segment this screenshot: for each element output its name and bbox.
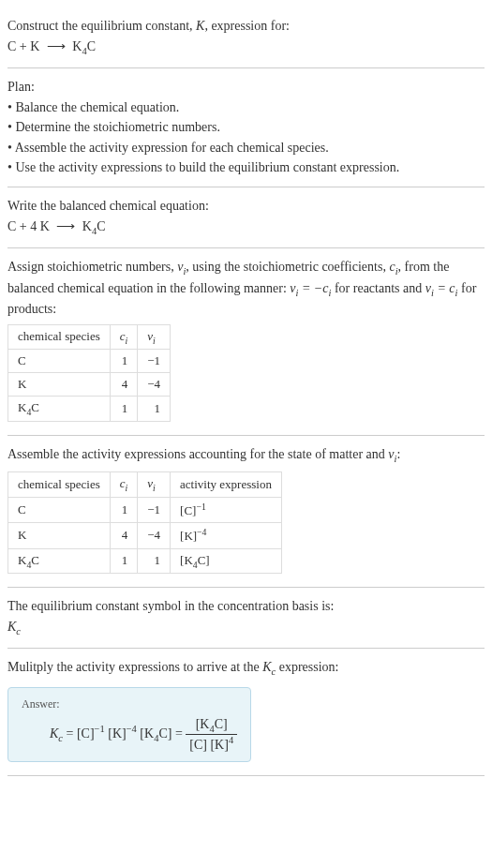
plan-section: Plan: • Balance the chemical equation. •… (7, 68, 485, 187)
nu-i-1: νi (177, 260, 186, 274)
answer-label: Answer: (22, 697, 237, 711)
arrow-icon: ⟶ (56, 217, 75, 236)
cell-species: K (8, 373, 111, 397)
answer-mid: = [C]−1 [K]−4 [K4C] = (67, 726, 186, 741)
header-ci: ci (110, 324, 138, 350)
table-row: C 1 −1 (8, 350, 171, 373)
cell-activity: [C]−1 (171, 497, 282, 522)
stoich-intro: Assign stoichiometric numbers, νi, using… (7, 258, 485, 319)
stoich-table: chemical species ci νi C 1 −1 K 4 −4 K4C… (7, 324, 171, 422)
table-header-row: chemical species ci νi activity expressi… (8, 472, 282, 498)
activity-table: chemical species ci νi activity expressi… (7, 471, 282, 574)
answer-fraction: [K4C] [C] [K]4 (186, 717, 237, 752)
plan-title: Plan: (7, 78, 485, 97)
answer-lhs: Kc (50, 726, 63, 741)
rule-1: νi = −ci (290, 281, 331, 295)
cell-species: K4C (8, 397, 111, 422)
answer-box: Answer: Kc = [C]−1 [K]−4 [K4C] = [K4C] [… (7, 687, 251, 762)
prompt-k: K (196, 19, 204, 33)
kc-symbol: Kc (262, 660, 276, 674)
activity-intro: Assemble the activity expressions accoun… (7, 445, 485, 466)
plan-bullet-4: • Use the activity expressions to build … (7, 158, 485, 177)
table-row: K4C 1 1 (8, 397, 171, 422)
stoichiometric-section: Assign stoichiometric numbers, νi, using… (7, 248, 485, 436)
cell-activity: [K]−4 (171, 523, 282, 548)
answer-expression: Kc = [C]−1 [K]−4 [K4C] = [K4C] [C] [K]4 (22, 717, 237, 752)
cell-nui: −4 (138, 373, 171, 397)
header-species: chemical species (8, 324, 111, 350)
symbol-section: The equilibrium constant symbol in the c… (7, 588, 485, 649)
stoich-text-1: Assign stoichiometric numbers, (7, 260, 177, 274)
cell-ci: 1 (110, 397, 138, 422)
cell-activity: [K4C] (171, 548, 282, 574)
cell-nui: −1 (138, 497, 171, 522)
cell-nui: −4 (138, 523, 171, 548)
frac-denominator: [C] [K]4 (186, 735, 237, 753)
stoich-text-2: , using the stoichiometric coefficients, (186, 260, 389, 274)
question-section: Construct the equilibrium constant, K, e… (7, 7, 485, 68)
cell-species: C (8, 497, 111, 522)
cell-ci: 4 (110, 523, 138, 548)
cell-nui: 1 (138, 397, 171, 422)
balanced-equation: C + 4 K ⟶ K4C (7, 217, 485, 238)
header-nui: νi (138, 472, 171, 498)
header-ci: ci (110, 472, 138, 498)
prompt-text-2: , expression for: (204, 19, 290, 33)
cell-species: K (8, 523, 111, 548)
multiply-text: Mulitply the activity expressions to arr… (7, 658, 485, 679)
header-species: chemical species (8, 472, 111, 498)
multiply-section: Mulitply the activity expressions to arr… (7, 649, 485, 776)
c-i-1: ci (389, 260, 397, 274)
symbol-value: Kc (7, 618, 485, 638)
unbalanced-equation: C + K ⟶ K4C (7, 37, 485, 58)
activity-section: Assemble the activity expressions accoun… (7, 436, 485, 588)
multiply-text-1: Mulitply the activity expressions to arr… (7, 660, 262, 674)
activity-text-1: Assemble the activity expressions accoun… (7, 447, 388, 461)
cell-species: C (8, 350, 111, 373)
plan-bullet-1: • Balance the chemical equation. (7, 98, 485, 117)
plan-bullet-2: • Determine the stoichiometric numbers. (7, 118, 485, 137)
cell-species: K4C (8, 548, 111, 574)
table-row: K4C 1 1 [K4C] (8, 548, 282, 574)
cell-nui: −1 (138, 350, 171, 373)
cell-ci: 4 (110, 373, 138, 397)
table-row: K 4 −4 [K]−4 (8, 523, 282, 548)
cell-ci: 1 (110, 497, 138, 522)
plan-bullet-3: • Assemble the activity expression for e… (7, 139, 485, 157)
table-row: K 4 −4 (8, 373, 171, 397)
cell-ci: 1 (110, 548, 138, 574)
balanced-section: Write the balanced chemical equation: C … (7, 187, 485, 248)
multiply-text-2: expression: (276, 660, 338, 674)
prompt-text-1: Construct the equilibrium constant, (7, 19, 196, 33)
cell-nui: 1 (138, 548, 171, 574)
stoich-text-4: for reactants and (331, 281, 425, 295)
arrow-icon: ⟶ (47, 37, 66, 56)
symbol-text: The equilibrium constant symbol in the c… (7, 597, 485, 616)
table-header-row: chemical species ci νi (8, 324, 171, 350)
header-activity: activity expression (171, 472, 282, 498)
activity-text-2: : (396, 447, 400, 461)
table-row: C 1 −1 [C]−1 (8, 497, 282, 522)
frac-numerator: [K4C] (186, 717, 237, 735)
header-nui: νi (138, 324, 171, 350)
balanced-title: Write the balanced chemical equation: (7, 197, 485, 216)
question-prompt: Construct the equilibrium constant, K, e… (7, 17, 485, 36)
cell-ci: 1 (110, 350, 138, 373)
rule-2: νi = ci (425, 281, 458, 295)
